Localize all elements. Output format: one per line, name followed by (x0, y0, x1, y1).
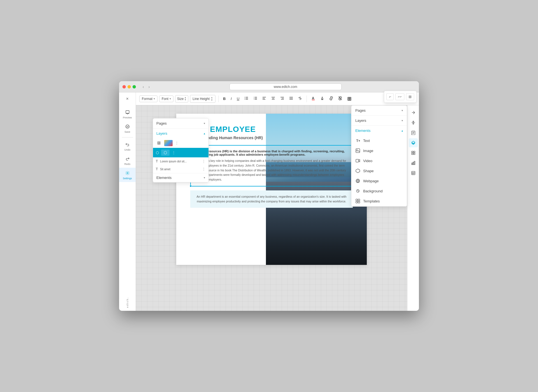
size-control[interactable]: Size ▲ ▼ (175, 95, 188, 102)
element-shape[interactable]: Shape (351, 166, 407, 176)
element-image[interactable]: Image (351, 146, 407, 156)
close-button[interactable] (122, 85, 126, 88)
align-justify-button[interactable] (287, 95, 295, 102)
right-layers-icon[interactable] (409, 138, 418, 147)
right-layers-header[interactable]: Layers ▾ (351, 116, 407, 125)
font-color-button[interactable]: A (310, 95, 317, 102)
svg-rect-44 (358, 201, 360, 203)
svg-rect-52 (414, 153, 415, 155)
background-element-label: Background (363, 189, 382, 193)
bold-button[interactable]: B (221, 95, 227, 102)
sidebar-divider-1 (122, 137, 133, 137)
minimize-button[interactable] (127, 85, 131, 88)
more-options-button[interactable]: ⊞ (345, 95, 353, 103)
browser-window: ‹ › www.edtch.com × Preview (119, 81, 419, 311)
image-layer-item[interactable]: 🖼 ⋮ (153, 138, 208, 148)
link-button[interactable] (328, 95, 335, 102)
element-text[interactable]: T↵ Text (351, 136, 407, 146)
corner-format-1[interactable]: ⌐ (386, 93, 394, 100)
svg-point-1 (126, 125, 129, 128)
maximize-button[interactable] (133, 85, 136, 88)
layers-header[interactable]: Layers ▴ (153, 129, 208, 138)
image-element-label: Image (363, 149, 373, 153)
save-label: Save (124, 130, 130, 133)
elements-label: Elements (156, 176, 171, 180)
right-pages-arrow: ▾ (402, 109, 403, 112)
element-webpage[interactable]: Webpage (351, 176, 407, 186)
right-chart-icon[interactable] (409, 158, 418, 167)
handle-bl[interactable] (190, 185, 192, 187)
sidebar-item-settings[interactable]: Settings (119, 168, 136, 182)
text-layer-2-icon: T (156, 167, 158, 171)
nav-arrows: ‹ › (142, 84, 151, 90)
corner-format-2[interactable]: ⌐⌐ (395, 93, 404, 100)
text-bold-paragraph: Human resources (HR) is the division of … (195, 150, 348, 156)
back-button[interactable]: ‹ (142, 84, 145, 90)
image-layer-more[interactable]: ⋮ (175, 141, 179, 145)
italic-button[interactable]: I (229, 95, 233, 102)
webpage-element-icon (355, 178, 360, 183)
webpage-element-label: Webpage (363, 179, 379, 183)
line-height-dropdown[interactable]: Line Height ▲ ▼ (190, 95, 215, 103)
pages-header[interactable]: Pages ▾ (153, 118, 208, 128)
shape-element-label: Shape (363, 169, 374, 173)
preview-label: Preview (123, 116, 132, 119)
align-left-button[interactable] (261, 95, 268, 102)
highlight-button[interactable] (319, 95, 326, 102)
text-element-icon: T↵ (355, 138, 360, 143)
format-dropdown[interactable]: Format ▾ (139, 95, 157, 102)
underline-button[interactable]: U (235, 95, 241, 102)
corner-format-3[interactable]: ⊞ (406, 93, 414, 100)
text-layer-1-more[interactable]: ⋮ (202, 159, 206, 164)
format-popup: ⌐ ⌐⌐ ⊞ (384, 92, 417, 103)
url-bar[interactable]: www.edtch.com (229, 83, 342, 90)
right-pages-icon[interactable] (409, 128, 418, 137)
text-layer-2-item[interactable]: T Sit amet ⋮ (153, 165, 208, 173)
preview-icon (124, 109, 131, 115)
text-element-label: Text (363, 139, 370, 143)
right-grid-icon[interactable] (409, 148, 418, 157)
text-box-selected[interactable]: Human resources (HR) is the division of … (190, 145, 353, 186)
svg-text:T↵: T↵ (356, 139, 360, 143)
element-background[interactable]: Background (351, 186, 407, 196)
unlink-button[interactable] (337, 95, 344, 102)
ordered-list-button[interactable]: 1. 2. 3. (252, 95, 259, 102)
right-pages-section: Pages ▾ (351, 106, 407, 116)
element-video[interactable]: Video (351, 156, 407, 166)
align-center-button[interactable] (270, 95, 277, 102)
element-templates[interactable]: Templates (351, 196, 407, 206)
sidebar-item-redo[interactable]: Redo (119, 153, 136, 168)
shape-layer-item[interactable]: ⬡ ⬡ ⋮ (153, 148, 208, 157)
right-elements-header[interactable]: Elements ▴ (351, 126, 407, 136)
align-distribute-button[interactable] (296, 95, 304, 102)
right-pages-header[interactable]: Pages ▾ (351, 106, 407, 115)
right-expand-icon[interactable] (409, 108, 418, 117)
right-table-icon[interactable] (409, 169, 418, 178)
close-icon[interactable]: × (125, 95, 130, 102)
sidebar-item-undo[interactable]: Undo (119, 139, 136, 153)
forward-button[interactable]: › (147, 84, 151, 90)
toolbar: Format ▾ Font ▾ Size ▲ ▼ Line Height (136, 92, 419, 105)
sidebar-item-preview[interactable]: Preview (119, 107, 136, 121)
unordered-list-button[interactable] (243, 95, 250, 102)
app-container: × Preview Save (119, 92, 419, 311)
right-elements-section: Elements ▴ T↵ Text (351, 126, 407, 206)
video-element-label: Video (363, 159, 372, 163)
size-arrows: ▲ ▼ (184, 97, 186, 101)
right-elements-label: Elements (355, 129, 370, 133)
format-dropdown-arrow: ▾ (154, 97, 155, 100)
align-right-button[interactable] (279, 95, 286, 102)
text-layer-1-item[interactable]: T Lorem ipsum dol sit... ⋮ (153, 157, 208, 165)
text-layer-2-more[interactable]: ⋮ (202, 167, 206, 171)
shape-layer-icon: ⬡ (156, 151, 159, 155)
sidebar-item-save[interactable]: Save (119, 121, 136, 136)
shape-layer-more[interactable]: ⋮ (172, 150, 176, 155)
right-panel: Pages ▾ Layers ▾ Element (351, 105, 407, 207)
svg-rect-0 (126, 111, 129, 113)
svg-rect-31 (312, 100, 315, 100)
right-move-icon[interactable] (409, 118, 418, 127)
font-dropdown[interactable]: Font ▾ (159, 95, 173, 102)
svg-rect-56 (412, 171, 415, 175)
text-box-light[interactable]: An HR department is an essential compone… (190, 190, 353, 208)
elements-header[interactable]: Elements ▾ (153, 173, 208, 182)
